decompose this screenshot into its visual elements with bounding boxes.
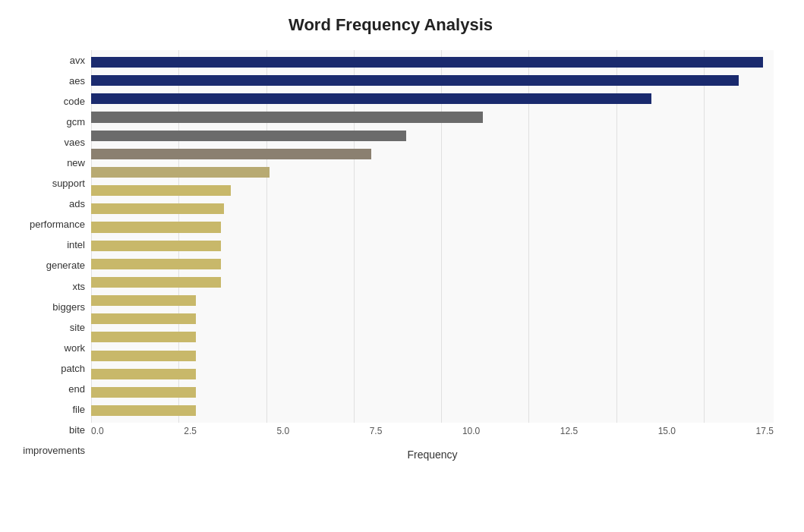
- bar: [91, 167, 270, 178]
- bar-row: [91, 127, 774, 145]
- y-label: generate: [46, 260, 85, 270]
- bar-row: [91, 365, 774, 383]
- bars-area: [91, 50, 774, 423]
- bar: [91, 222, 221, 232]
- x-axis: 0.02.55.07.510.012.515.017.5: [91, 423, 774, 445]
- y-label: avx: [70, 55, 85, 65]
- y-label: patch: [61, 364, 85, 373]
- bar: [91, 332, 196, 342]
- x-tick: 5.0: [276, 426, 289, 445]
- bar-row: [91, 163, 774, 181]
- x-tick: 0.0: [91, 426, 104, 445]
- y-label: work: [65, 343, 85, 353]
- y-label: vaes: [65, 137, 85, 147]
- y-axis-labels: avxaescodegcmvaesnewsupportadsperformanc…: [8, 50, 91, 461]
- x-tick: 15.0: [658, 426, 676, 445]
- y-label: xts: [72, 282, 85, 291]
- bars-list: [91, 50, 774, 423]
- y-label: code: [64, 96, 85, 106]
- bar: [91, 131, 406, 141]
- bar: [91, 203, 224, 214]
- x-tick: 17.5: [756, 426, 774, 445]
- y-label: ads: [69, 199, 85, 209]
- x-axis-label: Frequency: [91, 449, 774, 461]
- bar: [91, 75, 739, 86]
- y-label: performance: [30, 219, 85, 229]
- y-label: site: [70, 323, 85, 332]
- chart-area: avxaescodegcmvaesnewsupportadsperformanc…: [8, 50, 774, 461]
- bar-row: [91, 383, 774, 401]
- bar: [91, 277, 221, 288]
- bars-and-xaxis: 0.02.55.07.510.012.515.017.5 Frequency: [91, 50, 774, 461]
- y-label: gcm: [66, 117, 85, 127]
- bar-row: [91, 401, 774, 420]
- bar: [91, 387, 196, 398]
- bar-row: [91, 291, 774, 310]
- y-label: improvements: [23, 445, 85, 455]
- bar: [91, 149, 371, 159]
- y-label: intel: [67, 240, 85, 250]
- y-label: new: [67, 158, 85, 168]
- y-label: biggers: [52, 302, 85, 312]
- bar-row: [91, 347, 774, 365]
- y-label: aes: [69, 76, 85, 86]
- bar-row: [91, 90, 774, 108]
- y-label: support: [52, 178, 85, 188]
- bar: [91, 313, 196, 324]
- x-tick: 10.0: [462, 426, 480, 445]
- bar-row: [91, 108, 774, 126]
- bar: [91, 241, 221, 251]
- x-tick: 12.5: [560, 426, 578, 445]
- y-label: end: [68, 384, 85, 394]
- bar: [91, 259, 221, 269]
- bar: [91, 295, 196, 306]
- bar-row: [91, 218, 774, 236]
- bar: [91, 112, 483, 122]
- bar: [91, 369, 196, 379]
- bar-row: [91, 310, 774, 328]
- bar-row: [91, 328, 774, 346]
- bar-row: [91, 273, 774, 291]
- chart-container: Word Frequency Analysis avxaescodegcmvae…: [0, 0, 804, 532]
- y-label: bite: [69, 425, 85, 435]
- bar-row: [91, 255, 774, 273]
- y-label: file: [72, 405, 85, 414]
- bar: [91, 185, 231, 196]
- bar-row: [91, 145, 774, 163]
- bar: [91, 405, 196, 416]
- x-tick: 2.5: [184, 426, 197, 445]
- bar-row: [91, 71, 774, 90]
- x-tick: 7.5: [370, 426, 383, 445]
- bar: [91, 93, 651, 104]
- bar-row: [91, 200, 774, 218]
- chart-title: Word Frequency Analysis: [8, 15, 774, 35]
- bar-row: [91, 181, 774, 200]
- bar: [91, 351, 196, 361]
- bar-row: [91, 53, 774, 71]
- bar: [91, 57, 763, 68]
- bar-row: [91, 237, 774, 255]
